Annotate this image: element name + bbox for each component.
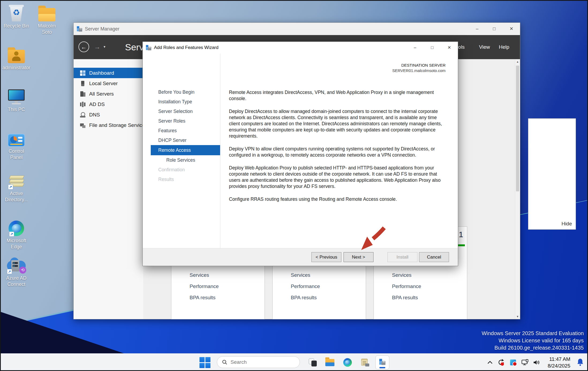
tray-chevron-up[interactable] — [485, 354, 495, 371]
wizard-nav-role-services[interactable]: Role Services — [143, 155, 220, 165]
taskbar: 11:47 AM 8/24/2025 — [0, 353, 588, 371]
chevron-down-icon[interactable]: ▾ — [104, 45, 105, 49]
watermark-line: Build 26100.ge_release.240331-1435 — [482, 344, 584, 351]
sidebar-item-file-storage[interactable]: File and Storage Services — [74, 120, 143, 130]
active-app-indicator — [379, 367, 385, 368]
sidebar-item-ad-ds[interactable]: AD DS — [74, 99, 143, 109]
sidebar-item-dns[interactable]: DNS — [74, 109, 143, 120]
desktop-icon-control-panel[interactable]: Control Panel — [2, 129, 31, 161]
desktop-icon-active-directory[interactable]: ↗ Active Directory... — [2, 171, 31, 203]
dashboard-icon — [80, 70, 85, 76]
shortcut-arrow-icon: ↗ — [7, 269, 12, 274]
tile-link-bpa-results[interactable]: BPA results — [392, 295, 418, 301]
servers-icon — [80, 91, 85, 97]
description-paragraph: Deploy VPN to allow client computers run… — [229, 146, 443, 158]
edge-button[interactable] — [342, 357, 353, 368]
previous-button[interactable]: < Previous — [311, 252, 341, 262]
recycle-bin-icon: ♻ — [2, 4, 31, 21]
wizard-title: Add Roles and Features Wizard — [154, 45, 218, 50]
tray-network[interactable] — [521, 354, 530, 371]
wizard-nav-server-roles[interactable]: Server Roles — [143, 116, 220, 126]
recycle-symbol-icon: ♻ — [9, 9, 24, 17]
description-paragraph: Configure RRAS routing features using th… — [229, 196, 443, 202]
wizard-nav-before-you-begin[interactable]: Before You Begin — [143, 87, 220, 97]
menu-help[interactable]: Help — [499, 35, 509, 59]
tile-link-services[interactable]: Services — [190, 272, 209, 278]
scrollbar[interactable]: ▲ ▼ — [515, 59, 520, 319]
file-explorer-button[interactable] — [324, 357, 336, 368]
taskbar-search[interactable] — [217, 356, 300, 368]
tray-sync-status[interactable] — [496, 354, 506, 371]
watermark-line: Windows License valid for 165 days — [482, 337, 584, 344]
sidebar-item-label: AD DS — [89, 101, 105, 107]
sidebar-item-dashboard[interactable]: Dashboard — [74, 68, 143, 78]
desktop-icon-this-pc[interactable]: This PC — [2, 87, 31, 113]
tray-clock[interactable]: 11:47 AM 8/24/2025 — [548, 356, 570, 369]
desktop-icon-administrator[interactable]: administrator — [2, 46, 31, 71]
tray-azure-ad-connect[interactable] — [508, 354, 518, 371]
next-button[interactable]: Next > — [344, 252, 374, 262]
destination-server-value: SERVER01.malcolmsoto.com — [392, 68, 446, 73]
task-view-button[interactable] — [307, 357, 319, 368]
wizard-nav-server-selection[interactable]: Server Selection — [143, 107, 220, 116]
scrollbar-thumb[interactable] — [516, 66, 519, 191]
desktop-icon-azure-ad-connect[interactable]: ⟲ ↗ Azure AD Connect — [2, 256, 31, 287]
sidebar-item-all-servers[interactable]: All Servers — [74, 89, 143, 99]
close-button[interactable]: ✕ — [441, 42, 458, 54]
scroll-down-arrow[interactable]: ▼ — [515, 314, 520, 319]
wizard-nav-features[interactable]: Features — [143, 126, 220, 135]
maximize-button[interactable]: □ — [486, 23, 503, 35]
scroll-up-arrow[interactable]: ▲ — [515, 59, 520, 64]
start-button[interactable] — [199, 357, 210, 368]
wizard-nav-remote-access[interactable]: Remote Access — [151, 145, 220, 155]
description-paragraph: Remote Access integrates DirectAccess, V… — [229, 89, 443, 102]
close-button[interactable]: ✕ — [503, 23, 520, 35]
wizard-nav-pane: Before You Begin Installation Type Serve… — [143, 54, 220, 248]
maximize-button[interactable]: □ — [424, 42, 441, 54]
tile-link-services[interactable]: Services — [291, 272, 310, 278]
wizard-nav-dhcp-server[interactable]: DHCP Server — [143, 135, 220, 145]
tile-link-performance[interactable]: Performance — [392, 283, 421, 289]
tile-link-performance[interactable]: Performance — [291, 283, 320, 289]
forward-button[interactable]: → — [92, 41, 102, 52]
wizard-titlebar: Add Roles and Features Wizard – □ ✕ — [143, 42, 458, 54]
scroll-tools-button[interactable] — [359, 357, 371, 368]
monitor-icon — [2, 87, 31, 105]
search-input[interactable] — [231, 359, 289, 365]
minimize-button[interactable]: – — [469, 23, 486, 35]
minimize-button[interactable]: – — [406, 42, 424, 54]
network-icon — [522, 359, 529, 366]
search-icon — [222, 359, 227, 365]
tray-volume[interactable] — [532, 354, 541, 371]
server-icon — [80, 81, 85, 86]
desktop-icon-recycle-bin[interactable]: ♻ Recycle Bin — [2, 4, 31, 29]
desktop-icon-label: This PC — [2, 107, 31, 113]
desktop-icon-malcolm-soto[interactable]: Malcolm Soto — [33, 4, 61, 35]
wizard-nav-installation-type[interactable]: Installation Type — [143, 97, 220, 107]
folder-icon — [33, 4, 61, 21]
back-button[interactable]: ← — [78, 41, 89, 52]
tile-link-performance[interactable]: Performance — [190, 283, 219, 289]
desktop-icon-label: Microsoft Edge — [2, 238, 31, 250]
tile-link-bpa-results[interactable]: BPA results — [190, 295, 216, 301]
desktop-icon-microsoft-edge[interactable]: ↗ Microsoft Edge — [2, 218, 31, 250]
cancel-button[interactable]: Cancel — [419, 252, 449, 262]
install-button: Install — [387, 252, 417, 262]
destination-server-label: DESTINATION SERVER — [392, 63, 446, 68]
book-icon: ↗ — [2, 171, 31, 189]
server-manager-taskbar-button[interactable] — [375, 355, 389, 369]
edge-icon: ↗ — [2, 218, 31, 236]
sidebar-item-local-server[interactable]: Local Server — [74, 78, 143, 89]
tile-count: 1 — [459, 230, 463, 239]
task-view-icon — [309, 358, 317, 366]
tile-link-bpa-results[interactable]: BPA results — [291, 295, 317, 301]
desktop-icon-label: Recycle Bin — [2, 23, 31, 29]
tile-link-services[interactable]: Services — [392, 272, 412, 278]
folders-icon — [80, 123, 85, 128]
menu-view[interactable]: View — [479, 35, 490, 59]
wizard-nav-results: Results — [143, 175, 220, 184]
bell-icon — [577, 358, 584, 366]
notification-bell-button[interactable] — [577, 358, 584, 367]
hide-button[interactable]: Hide — [561, 221, 572, 227]
sidebar-item-label: File and Storage Services — [89, 122, 148, 128]
